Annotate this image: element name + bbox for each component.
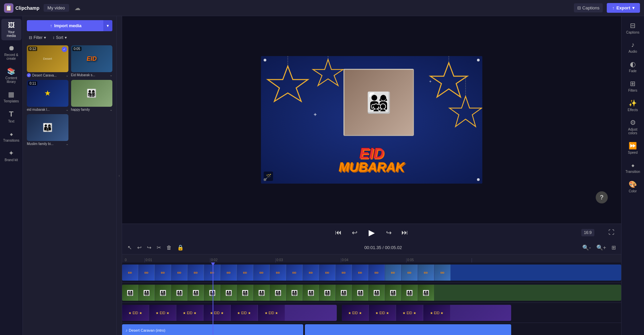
fullscreen-button[interactable]: ⛶: [608, 229, 614, 236]
redo-button[interactable]: ↪: [146, 243, 153, 252]
magic-wand-button[interactable]: 🪄: [264, 172, 273, 181]
thumb-frame: ★ EID ★: [149, 305, 176, 321]
list-item[interactable]: EID 0:05 Eid Mubarak s... ⌄: [71, 45, 113, 77]
thumb-frame: EID: [139, 265, 155, 281]
media-thumbnail-eid-l[interactable]: ★ 0:11: [27, 80, 68, 107]
sidebar-item-label: Brand kit: [5, 158, 18, 162]
thumb-frame: 👨‍👩‍👧‍👦: [254, 285, 270, 301]
lock-button[interactable]: 🔒: [176, 243, 185, 252]
sidebar-item-transition[interactable]: ⬥ Transition: [623, 158, 643, 176]
thumb-frame: 👨‍👩‍👧‍👦: [418, 285, 434, 301]
sidebar-item-brand[interactable]: ✦ Brand kit: [1, 146, 21, 164]
thumb-frame: ★ EID ★: [231, 305, 258, 321]
media-thumbnail-desert[interactable]: Desert 0:12 ✓: [27, 45, 68, 72]
thumb-frame: EID: [286, 265, 303, 281]
track-clip-title-2[interactable]: ★ EID ★ ★ EID ★ ★ EID ★ ★ EID ★: [342, 305, 511, 321]
sidebar-item-adjust-colors[interactable]: ⚙ Adjust colors: [623, 116, 643, 138]
svg-text:✦: ✦: [429, 79, 432, 84]
sidebar-item-color[interactable]: 🎨 Color: [623, 178, 643, 196]
fit-timeline-button[interactable]: ⊞: [610, 243, 617, 252]
captions-button[interactable]: ⊟ Captions: [574, 3, 603, 12]
svg-marker-1: [313, 59, 343, 86]
zoom-out-button[interactable]: 🔍-: [581, 243, 592, 252]
list-item[interactable]: ★ 0:11 eid mubarak l... ⌄: [27, 80, 68, 111]
rewind-button[interactable]: ↩: [349, 227, 360, 238]
track-clip-audio-2[interactable]: [305, 324, 511, 335]
transitions-icon: ⬥: [9, 130, 13, 138]
delete-button[interactable]: 🗑: [165, 243, 173, 252]
media-panel: ↑ Import media ▾ ⊟ Filter ▾ ↕ Sort ▾: [23, 16, 117, 335]
list-item[interactable]: Desert 0:12 ✓ ✓ Desert Carava... ⌄: [27, 45, 68, 77]
skip-forward-button[interactable]: ⏭: [399, 227, 410, 238]
topbar: 📋 Clipchamp My video ☁ ⊟ Captions ↑ Expo…: [0, 0, 644, 16]
skip-back-button[interactable]: ⏮: [333, 227, 344, 238]
sidebar-item-label: Record & create: [3, 53, 19, 60]
more-icon: ⌄: [66, 108, 68, 111]
sidebar-item-label: Audio: [629, 50, 637, 53]
sidebar-item-text[interactable]: T Text: [1, 107, 21, 126]
sidebar-item-content-library[interactable]: 📚 Content library: [1, 64, 21, 86]
music-note-icon: ♪: [125, 328, 127, 333]
sidebar-item-transitions[interactable]: ⬥ Transitions: [1, 127, 21, 145]
video-title[interactable]: My video: [44, 4, 69, 12]
export-button[interactable]: ↑ Export ▾: [607, 3, 640, 13]
help-bubble[interactable]: ?: [596, 191, 608, 203]
aspect-ratio-badge[interactable]: 16:9: [581, 229, 594, 236]
ruler-mark-2: 0:02: [210, 258, 276, 262]
sidebar-item-your-media[interactable]: 🖼 Your media: [1, 19, 21, 40]
play-button[interactable]: ▶: [365, 226, 378, 239]
thumb-frame: EID: [122, 265, 138, 281]
track-clip-family[interactable]: 👨‍👩‍👧‍👦 👨‍👩‍👧‍👦 👨‍👩‍👧‍👦 👨‍👩‍👧‍👦 👨‍👩‍👧‍👦 …: [122, 285, 621, 301]
corner-handle-tr[interactable]: [477, 59, 480, 61]
track-clip-eid[interactable]: EID EID EID EID EID EID EID EID EID EID …: [122, 265, 621, 281]
forward-button[interactable]: ↪: [383, 227, 394, 238]
media-item-label: eid mubarak l... ⌄: [27, 108, 68, 111]
list-item[interactable]: 👨‍👩‍👧‍👦 happy family ⌄: [71, 80, 113, 111]
thumb-frame: EID: [385, 265, 401, 281]
sidebar-item-audio[interactable]: ♪ Audio: [623, 38, 643, 56]
svg-marker-2: [430, 63, 467, 97]
list-item[interactable]: 👨‍👩‍👦 Muslim family bi... ⌄: [27, 114, 68, 146]
thumb-frame: 👨‍👩‍👧‍👦: [385, 285, 401, 301]
sidebar-item-record-create[interactable]: ⏺ Record & create: [1, 42, 21, 63]
sidebar-item-label: Transitions: [3, 139, 19, 142]
thumb-strip-title2: ★ EID ★ ★ EID ★ ★ EID ★ ★ EID ★: [342, 305, 511, 321]
sidebar-item-label: Color: [629, 189, 637, 193]
zoom-in-button[interactable]: 🔍+: [595, 243, 607, 252]
media-thumbnail-muslim[interactable]: 👨‍👩‍👦: [27, 114, 68, 141]
sidebar-item-templates[interactable]: ▦ Templates: [1, 88, 21, 106]
thumb-frame: EID: [369, 265, 385, 281]
thumb-frame: 👨‍👩‍👧‍👦: [369, 285, 385, 301]
media-thumbnail-eid[interactable]: EID 0:05: [71, 45, 113, 72]
thumb-frame: EID: [155, 265, 171, 281]
collapse-icon: ‹: [119, 174, 120, 178]
cut-button[interactable]: ✂: [155, 243, 162, 252]
import-media-dropdown-button[interactable]: ▾: [103, 20, 112, 31]
media-item-label: happy family ⌄: [71, 108, 113, 111]
track-clip-title-1[interactable]: ★ EID ★ ★ EID ★ ★ EID ★ ★ EID ★ ★ EID ★ …: [122, 305, 337, 321]
sort-button[interactable]: ↕ Sort ▾: [51, 34, 69, 41]
thumb-frame: 👨‍👩‍👧‍👦: [139, 285, 155, 301]
sidebar-item-captions[interactable]: ⊟ Captions: [623, 19, 643, 37]
cursor-tool-button[interactable]: ↖: [126, 243, 133, 252]
filter-caret-icon: ▾: [44, 35, 46, 40]
fade-icon: ◐: [630, 60, 636, 68]
sort-caret-icon: ▾: [65, 35, 67, 40]
panel-collapse-handle[interactable]: ‹: [117, 16, 122, 335]
thumb-frame: ★ EID ★: [342, 305, 369, 321]
sidebar-item-effects[interactable]: ✨ Effects: [623, 96, 643, 114]
app-name: Clipchamp: [15, 5, 40, 11]
audio-right-icon: ♪: [631, 41, 635, 49]
center-area: ✦ ✦ ✦ ✦ 👨‍👩‍👧‍👦 EID MUBARAK: [122, 16, 621, 335]
undo-button[interactable]: ↩: [136, 243, 143, 252]
corner-handle-br[interactable]: [477, 178, 480, 181]
sidebar-item-fade[interactable]: ◐ Fade: [623, 57, 643, 76]
import-media-button[interactable]: ↑ Import media: [27, 20, 105, 31]
media-thumbnail-family[interactable]: 👨‍👩‍👧‍👦: [71, 80, 113, 107]
svg-marker-0: [268, 66, 308, 101]
filter-button[interactable]: ⊟ Filter ▾: [27, 34, 48, 41]
more-icon: ⌄: [110, 108, 112, 111]
sidebar-item-speed[interactable]: ⏩ Speed: [623, 139, 643, 157]
corner-handle-tl[interactable]: [264, 59, 266, 61]
sidebar-item-filters[interactable]: ⊞ Filters: [623, 77, 643, 95]
